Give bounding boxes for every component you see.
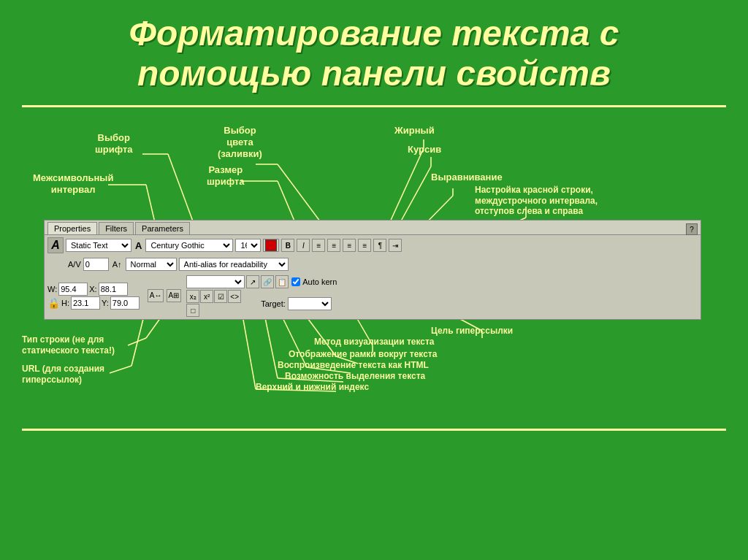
annotation-indent: Настройка красной строки,междустрочного … <box>475 185 598 216</box>
w-label: W: <box>47 285 57 294</box>
svg-line-28 <box>128 338 146 345</box>
selectable-btn[interactable]: ☑ <box>214 290 227 303</box>
annotation-render: Метод визуализации текста <box>314 337 435 347</box>
annotation-line-type: Тип строки (не длястатического текста!) <box>22 334 115 356</box>
auto-kern-label: Auto kern <box>291 277 337 286</box>
tab-properties[interactable]: Properties <box>47 222 97 234</box>
annotation-char-spacing: Межсимвольныйинтервал <box>33 172 113 195</box>
target-section: Target: <box>261 297 332 310</box>
x-input[interactable] <box>99 283 128 296</box>
annotation-frame: Отображение рамки вокруг текста <box>289 349 437 359</box>
text-option-btn-1[interactable]: A↔ <box>148 289 164 302</box>
panel-tabs: Properties Filters Parameters ? <box>45 220 701 235</box>
target-label: Target: <box>261 299 286 308</box>
annotation-alignment: Выравнивание <box>431 172 503 183</box>
dimensions-section: W: X: 🔒 H: Y: <box>47 283 140 310</box>
annotation-area: Выборшрифта Выборцвета(заливки) Жирный К… <box>0 112 748 426</box>
target-select[interactable] <box>288 297 332 310</box>
superscript-btn[interactable]: x² <box>200 290 213 303</box>
kern-value-input[interactable] <box>83 258 109 271</box>
option-checkboxes: x₂ x² ☑ <> □ <box>186 290 245 317</box>
html-btn[interactable]: <> <box>228 290 241 303</box>
bold-button[interactable]: B <box>281 239 294 252</box>
annotation-font-size: Размершрифта <box>207 164 245 187</box>
font-size-select[interactable]: 16 <box>235 239 261 252</box>
annotation-subscript: Верхний и нижний индекс <box>256 382 369 392</box>
font-name-select[interactable]: Century Gothic <box>145 239 233 252</box>
url-select[interactable] <box>186 275 245 288</box>
x-label: X: <box>89 285 96 294</box>
align-center-button[interactable]: ≡ <box>327 239 340 252</box>
panel-row-2: A/V A↑ Normal Anti-alias for readability <box>45 256 701 273</box>
lock-icon: 🔒 <box>47 297 60 309</box>
tab-parameters[interactable]: Parameters <box>135 222 190 234</box>
annotation-bold: Жирный <box>394 125 435 137</box>
paragraph-btn[interactable]: ¶ <box>373 239 386 252</box>
border-btn[interactable]: □ <box>186 304 199 317</box>
h-label: H: <box>61 299 69 307</box>
text-option-btn-2[interactable]: A⊞ <box>167 289 182 302</box>
font-icon: A <box>135 240 142 251</box>
text-type-select[interactable]: Static Text <box>66 239 131 252</box>
indent-btn[interactable]: ⇥ <box>389 239 402 252</box>
y-input[interactable] <box>110 296 140 310</box>
annotation-html: Воспроизведение текста как HTML <box>278 360 429 370</box>
align-justify-button[interactable]: ≡ <box>358 239 371 252</box>
title-divider <box>22 105 726 107</box>
annotation-hyperlink-target: Цель гиперссылки <box>431 326 513 336</box>
h-input[interactable] <box>71 296 100 310</box>
w-input[interactable] <box>58 283 88 296</box>
antialias-select[interactable]: Anti-alias for readability <box>179 258 289 271</box>
properties-panel: Properties Filters Parameters ? A Static… <box>44 220 701 320</box>
align-right-button[interactable]: ≡ <box>343 239 356 252</box>
color-picker-btn[interactable] <box>263 239 279 252</box>
auto-kern-checkbox[interactable] <box>291 277 300 286</box>
style-select[interactable]: Normal <box>126 258 177 271</box>
annotation-url: URL (для созданиягиперссылок) <box>22 364 104 385</box>
annotation-italic: Курсив <box>408 144 441 156</box>
y-label: Y: <box>102 299 109 307</box>
annotation-color-select: Выборцвета(заливки) <box>218 125 262 159</box>
annotation-font-select: Выборшрифта <box>95 132 133 155</box>
style-label: A↑ <box>112 260 122 269</box>
annotation-selection: Возможность выделения текста <box>285 371 425 381</box>
page-title: Форматирование текста с помощью панели с… <box>22 13 726 93</box>
bottom-divider <box>22 429 726 431</box>
subscript-btn[interactable]: x₂ <box>186 290 199 303</box>
link-btn-1[interactable]: ↗ <box>246 275 259 288</box>
text-type-icon: A <box>47 237 64 253</box>
kern-label: A/V <box>68 260 81 269</box>
svg-line-30 <box>110 366 131 373</box>
help-button[interactable]: ? <box>686 223 698 235</box>
panel-row-3: W: X: 🔒 H: Y: A↔ A⊞ <box>45 273 701 319</box>
panel-row-1: A Static Text A Century Gothic 16 B I ≡ … <box>45 235 701 256</box>
link-btn-2[interactable]: 🔗 <box>261 275 274 288</box>
tab-filters[interactable]: Filters <box>99 222 134 234</box>
align-left-button[interactable]: ≡ <box>312 239 325 252</box>
icon-group: A↔ A⊞ <box>148 289 181 304</box>
link-btn-3[interactable]: 📋 <box>275 275 289 288</box>
title-section: Форматирование текста с помощью панели с… <box>0 0 748 101</box>
italic-button[interactable]: I <box>297 239 310 252</box>
color-swatch <box>265 239 277 251</box>
text-controls: ↗ 🔗 📋 Auto kern x₂ x² ☑ <> □ <box>186 275 337 317</box>
